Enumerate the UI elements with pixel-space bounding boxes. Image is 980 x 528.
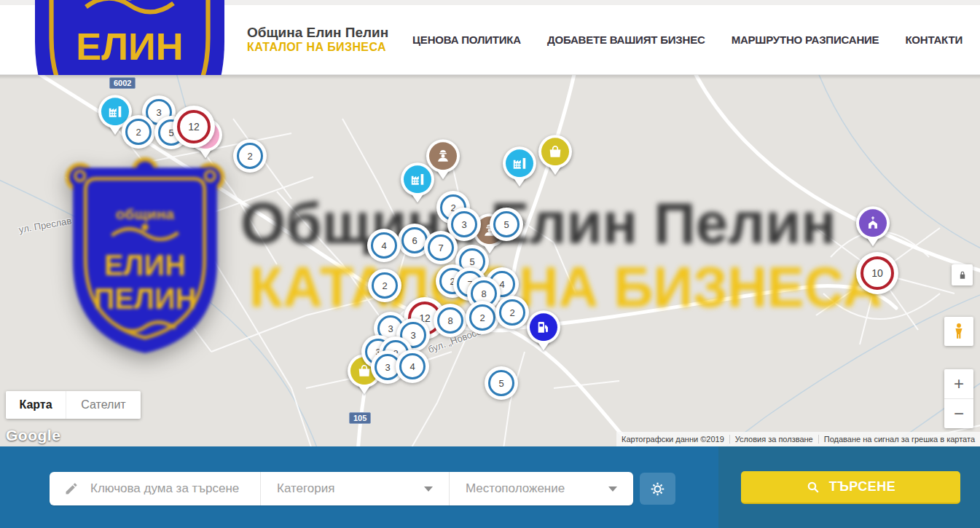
brand-subtitle: КАТАЛОГ НА БИЗНЕСА xyxy=(247,41,388,54)
zoom-control: + − xyxy=(944,369,973,428)
brand-title: Община Елин Пелин xyxy=(247,25,388,41)
pegman-icon xyxy=(949,322,968,341)
cluster-count: 4 xyxy=(381,240,386,251)
pin-head xyxy=(527,310,560,344)
search-icon xyxy=(806,480,820,494)
map-pin-factory[interactable] xyxy=(503,146,536,180)
map-pin-fuel[interactable] xyxy=(527,310,560,344)
cluster-count: 2 xyxy=(382,280,387,291)
keyword-field-wrap xyxy=(50,472,260,505)
gear-icon xyxy=(650,481,665,497)
location-dropdown[interactable]: Местоположение xyxy=(450,472,633,505)
cluster-count: 12 xyxy=(188,121,200,133)
pin-head xyxy=(401,162,434,196)
pin-tail xyxy=(109,125,122,141)
search-submit-button[interactable]: ТЪРСЕНЕ xyxy=(741,471,960,504)
attribution-link[interactable]: Подаване на сигнал за грешка в картата xyxy=(818,435,980,444)
keyword-search-input[interactable] xyxy=(89,481,259,497)
map-pin-factory[interactable] xyxy=(401,162,434,196)
cluster-count: 5 xyxy=(503,219,509,230)
attribution-text: Картографски данни ©2019 xyxy=(616,435,729,444)
map-type-map-button[interactable]: Карта xyxy=(6,391,66,419)
attribution-link[interactable]: Условия за ползване xyxy=(729,435,818,444)
lock-button[interactable] xyxy=(952,264,973,285)
factory-icon xyxy=(506,149,533,177)
map-cluster-marker[interactable]: 5 xyxy=(485,366,518,400)
cluster-count: 2 xyxy=(136,127,141,138)
cluster-count: 3 xyxy=(410,330,415,341)
pin-tail xyxy=(549,165,562,181)
nav-item[interactable]: МАРШРУТНО РАЗПИСАНИЕ xyxy=(732,34,879,46)
pin-head xyxy=(538,135,572,168)
cluster-count: 3 xyxy=(388,323,393,334)
map-pin-church[interactable] xyxy=(856,206,890,240)
map-type-satellite-button[interactable]: Сателит xyxy=(66,391,141,419)
map-cluster-marker[interactable]: 7 xyxy=(424,231,458,264)
fuel-icon xyxy=(530,313,557,341)
category-label: Категория xyxy=(277,481,334,496)
brand-text: Община Елин Пелин КАТАЛОГ НА БИЗНЕСА xyxy=(247,25,388,54)
nav-item[interactable]: ЦЕНОВА ПОЛИТИКА xyxy=(412,34,521,46)
cluster-count: 7 xyxy=(438,243,443,253)
pin-head xyxy=(503,146,536,180)
street-view-pegman[interactable] xyxy=(944,317,973,346)
page: община ЕЛИН ПЕЛИН Община Елин Пелин КАТА… xyxy=(0,0,980,528)
factory-icon xyxy=(404,165,431,193)
map-pin-shopping-bag[interactable] xyxy=(538,135,572,168)
nav-item[interactable]: ДОБАВЕТЕ ВАШИЯТ БИЗНЕС xyxy=(547,34,705,46)
pin-tail xyxy=(411,193,424,209)
map-cluster-marker[interactable]: 2 xyxy=(466,301,499,334)
cluster-count: 2 xyxy=(479,312,485,323)
map-cluster-marker[interactable]: 10 xyxy=(856,252,898,294)
road-number-badge: 6002 xyxy=(109,77,136,89)
zoom-in-button[interactable]: + xyxy=(944,369,973,399)
map-cluster-marker[interactable]: 4 xyxy=(396,350,429,383)
zoom-out-button[interactable]: − xyxy=(944,399,973,428)
advanced-search-button[interactable] xyxy=(640,473,675,505)
cluster-count: 3 xyxy=(385,362,390,373)
map-cluster-marker[interactable]: 8 xyxy=(434,304,467,337)
pin-tail xyxy=(513,177,526,193)
cluster-count: 10 xyxy=(871,267,883,279)
road-number-badge: 105 xyxy=(349,412,371,424)
nav-item[interactable]: КОНТАКТИ xyxy=(905,34,963,46)
chevron-down-icon xyxy=(608,486,617,492)
map-cluster-marker[interactable]: 2 xyxy=(495,296,529,329)
cluster-count: 5 xyxy=(498,378,503,389)
cluster-count: 6 xyxy=(412,235,417,246)
cluster-count: 3 xyxy=(156,107,161,118)
pin-tail xyxy=(866,237,879,253)
search-section: Категория Местоположение ТЪРСЕНЕ xyxy=(0,446,980,528)
map-canvas[interactable]: ул. Преславбул. „Новоселици6002105 xyxy=(0,75,980,446)
shopping-bag-icon xyxy=(541,138,569,165)
cluster-count: 4 xyxy=(499,279,504,290)
map-cluster-marker[interactable]: 12 xyxy=(173,106,215,148)
pin-head xyxy=(856,206,890,240)
google-logo[interactable]: Google xyxy=(6,427,60,444)
header: община ЕЛИН ПЕЛИН Община Елин Пелин КАТА… xyxy=(0,5,980,75)
pencil-icon xyxy=(64,481,79,496)
location-label: Местоположение xyxy=(466,481,565,496)
pin-tail xyxy=(358,385,371,401)
map-attribution: Картографски данни ©2019Условия за ползв… xyxy=(616,432,980,446)
search-button-label: ТЪРСЕНЕ xyxy=(829,479,896,494)
map-cluster-marker[interactable]: 2 xyxy=(233,139,267,173)
church-icon xyxy=(859,209,887,237)
cluster-count: 2 xyxy=(509,307,514,318)
lock-icon xyxy=(957,270,968,280)
category-dropdown[interactable]: Категория xyxy=(261,472,449,505)
chevron-down-icon xyxy=(424,486,433,492)
pin-tail xyxy=(537,341,550,357)
cluster-count: 2 xyxy=(247,151,252,162)
map-cluster-marker[interactable]: 2 xyxy=(122,115,155,149)
map-cluster-marker[interactable]: 5 xyxy=(490,208,523,241)
svg-text:ЕЛИН: ЕЛИН xyxy=(76,25,184,68)
main-nav: ЦЕНОВА ПОЛИТИКАДОБАВЕТЕ ВАШИЯТ БИЗНЕСМАР… xyxy=(412,34,963,46)
map-cluster-marker[interactable]: 4 xyxy=(367,229,401,262)
cluster-count: 4 xyxy=(409,361,415,372)
cluster-count: 3 xyxy=(461,219,466,230)
map-cluster-marker[interactable]: 2 xyxy=(368,269,401,302)
cluster-count: 8 xyxy=(481,288,486,299)
cluster-count: 5 xyxy=(469,256,474,267)
map-type-control: Карта Сателит xyxy=(6,391,141,419)
